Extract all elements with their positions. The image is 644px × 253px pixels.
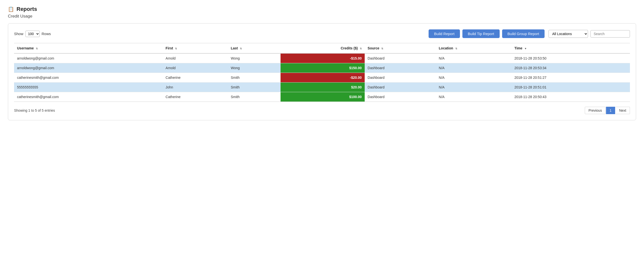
credits-badge: $150.00 xyxy=(280,63,364,73)
page-1-button[interactable]: 1 xyxy=(606,107,615,114)
col-first[interactable]: First ⇅ xyxy=(162,43,228,54)
cell-last: Smith xyxy=(228,92,280,102)
reports-icon: 📋 xyxy=(8,6,14,12)
table-row: 55555555555JohnSmith$20.00DashboardN/A20… xyxy=(14,83,630,92)
table-row: catherinesmith@gmail.comCatherineSmith$1… xyxy=(14,92,630,102)
col-username-label: Username xyxy=(17,46,34,50)
sort-icon-location: ⇅ xyxy=(455,47,457,50)
table-row: arnoldwong@gmail.comArnoldWong-$15.00Das… xyxy=(14,53,630,63)
sort-icon-last: ⇅ xyxy=(240,47,242,50)
sort-icon-time: ▼ xyxy=(524,47,527,50)
cell-location: N/A xyxy=(436,83,511,92)
col-last[interactable]: Last ⇅ xyxy=(228,43,280,54)
sort-icon-credits: ⇅ xyxy=(360,47,362,50)
cell-time: 2018-11-28 20:51:27 xyxy=(512,73,630,83)
data-table: Username ⇅ First ⇅ Last ⇅ Credits ($) ⇅ xyxy=(14,43,630,102)
main-card: Show 100 10 25 50 Rows Build Report Buil… xyxy=(8,23,636,120)
pagination-row: Showing 1 to 5 of 5 entries Previous 1 N… xyxy=(14,107,630,114)
cell-username: arnoldwong@gmail.com xyxy=(14,53,162,63)
cell-time: 2018-11-28 20:53:50 xyxy=(512,53,630,63)
page-subtitle: Credit Usage xyxy=(8,14,636,19)
credits-badge: $20.00 xyxy=(280,83,364,92)
build-group-report-button[interactable]: Build Group Report xyxy=(502,29,544,38)
rows-select[interactable]: 100 10 25 50 xyxy=(26,31,40,37)
col-location[interactable]: Location ⇅ xyxy=(436,43,511,54)
build-report-button[interactable]: Build Report xyxy=(428,29,460,38)
col-source-label: Source xyxy=(368,46,379,50)
showing-text: Showing 1 to 5 of 5 entries xyxy=(14,108,55,112)
col-time[interactable]: Time ▼ xyxy=(512,43,630,54)
table-row: catherinesmith@gmail.comCatherineSmith-$… xyxy=(14,73,630,83)
cell-last: Smith xyxy=(228,73,280,83)
sort-icon-source: ⇅ xyxy=(381,47,383,50)
col-credits-label: Credits ($) xyxy=(341,46,358,50)
search-input[interactable] xyxy=(590,30,630,38)
cell-credits: $100.00 xyxy=(280,92,364,102)
cell-source: Dashboard xyxy=(365,63,436,73)
cell-first: John xyxy=(162,83,228,92)
col-first-label: First xyxy=(166,46,173,50)
cell-source: Dashboard xyxy=(365,83,436,92)
page-title: Reports xyxy=(16,6,37,12)
cell-source: Dashboard xyxy=(365,73,436,83)
rows-label: Rows xyxy=(42,32,51,36)
build-tip-report-button[interactable]: Build Tip Report xyxy=(462,29,500,38)
cell-time: 2018-11-28 20:51:01 xyxy=(512,83,630,92)
cell-first: Arnold xyxy=(162,63,228,73)
col-location-label: Location xyxy=(439,46,453,50)
location-select[interactable]: All Locations xyxy=(548,30,588,38)
toolbar: Show 100 10 25 50 Rows Build Report Buil… xyxy=(14,29,630,38)
previous-button[interactable]: Previous xyxy=(585,107,606,114)
cell-first: Arnold xyxy=(162,53,228,63)
sort-icon-first: ⇅ xyxy=(175,47,177,50)
cell-location: N/A xyxy=(436,53,511,63)
next-button[interactable]: Next xyxy=(616,107,630,114)
rows-selector: Show 100 10 25 50 Rows xyxy=(14,31,51,37)
cell-last: Wong xyxy=(228,53,280,63)
cell-credits: $20.00 xyxy=(280,83,364,92)
cell-source: Dashboard xyxy=(365,53,436,63)
cell-credits: -$20.00 xyxy=(280,73,364,83)
filter-controls: All Locations xyxy=(548,30,630,38)
col-source[interactable]: Source ⇅ xyxy=(365,43,436,54)
cell-username: 55555555555 xyxy=(14,83,162,92)
cell-first: Catherine xyxy=(162,73,228,83)
cell-time: 2018-11-28 20:50:43 xyxy=(512,92,630,102)
credits-badge: $100.00 xyxy=(280,92,364,102)
table-row: arnoldwong@gmail.comArnoldWong$150.00Das… xyxy=(14,63,630,73)
pagination-controls: Previous 1 Next xyxy=(585,107,630,114)
col-time-label: Time xyxy=(514,46,522,50)
table-header-row: Username ⇅ First ⇅ Last ⇅ Credits ($) ⇅ xyxy=(14,43,630,54)
cell-first: Catherine xyxy=(162,92,228,102)
cell-credits: -$15.00 xyxy=(280,53,364,63)
col-credits[interactable]: Credits ($) ⇅ xyxy=(280,43,364,54)
sort-icon-username: ⇅ xyxy=(36,47,38,50)
cell-source: Dashboard xyxy=(365,92,436,102)
credits-badge: -$20.00 xyxy=(280,73,364,82)
cell-credits: $150.00 xyxy=(280,63,364,73)
cell-time: 2018-11-28 20:53:34 xyxy=(512,63,630,73)
cell-last: Smith xyxy=(228,83,280,92)
col-username[interactable]: Username ⇅ xyxy=(14,43,162,54)
cell-location: N/A xyxy=(436,63,511,73)
cell-username: arnoldwong@gmail.com xyxy=(14,63,162,73)
cell-location: N/A xyxy=(436,73,511,83)
credits-badge: -$15.00 xyxy=(280,54,364,63)
cell-last: Wong xyxy=(228,63,280,73)
report-buttons: Build Report Build Tip Report Build Grou… xyxy=(428,29,544,38)
cell-username: catherinesmith@gmail.com xyxy=(14,73,162,83)
cell-location: N/A xyxy=(436,92,511,102)
show-label: Show xyxy=(14,32,24,36)
col-last-label: Last xyxy=(231,46,238,50)
page-header: 📋 Reports xyxy=(8,6,636,12)
cell-username: catherinesmith@gmail.com xyxy=(14,92,162,102)
